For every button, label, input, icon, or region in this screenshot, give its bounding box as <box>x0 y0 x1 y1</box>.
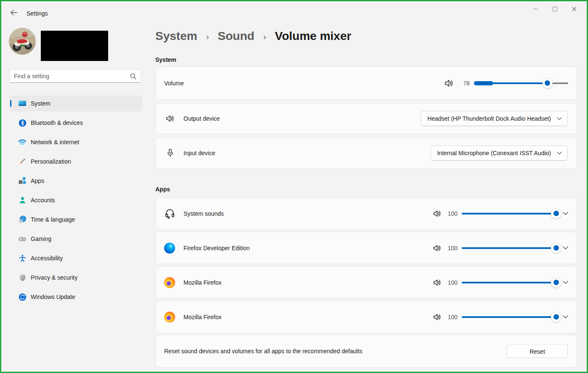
close-button[interactable]: × <box>564 3 584 15</box>
input-device-dropdown[interactable]: Internal Microphone (Conexant ISST Audio… <box>431 145 567 161</box>
expand-row-button[interactable] <box>563 212 568 215</box>
time-language-icon <box>18 215 27 224</box>
sidebar-item-label: Privacy & security <box>31 274 77 281</box>
settings-nav: System Bluetooth & devices Network & int… <box>9 95 142 308</box>
output-device-value: Headset (HP Thunderbolt Dock Audio Heads… <box>427 115 551 122</box>
privacy-security-icon <box>18 273 27 282</box>
chevron-down-icon <box>563 246 568 250</box>
avatar <box>9 28 36 55</box>
search-icon <box>130 73 136 79</box>
sidebar-item-personalization[interactable]: Personalization <box>9 153 142 169</box>
slider-fill <box>462 247 556 249</box>
breadcrumb: System › Sound › Volume mixer <box>155 29 351 43</box>
gaming-icon <box>18 235 27 243</box>
speaker-icon <box>433 244 442 252</box>
sidebar-item-label: Accessibility <box>31 255 63 262</box>
expand-row-button[interactable] <box>563 280 568 284</box>
sidebar-item-windows-update[interactable]: Windows Update <box>9 289 142 305</box>
firefox-developer-icon <box>164 243 175 254</box>
firefox-icon <box>164 312 175 323</box>
sidebar-item-label: System <box>31 100 51 107</box>
app-row-system-sounds: System sounds 100 <box>155 197 577 230</box>
sidebar-item-label: Bluetooth & devices <box>31 119 83 126</box>
app-volume-slider[interactable] <box>462 209 556 219</box>
input-device-card: Input device Internal Microphone (Conexa… <box>155 138 577 169</box>
headset-icon <box>164 208 176 219</box>
app-volume-slider[interactable] <box>462 312 556 322</box>
reset-button[interactable]: Reset <box>507 344 568 358</box>
sidebar-item-label: Apps <box>31 177 44 184</box>
slider-fill <box>462 282 556 283</box>
sidebar-item-network-internet[interactable]: Network & internet <box>9 134 142 150</box>
chevron-down-icon <box>563 280 568 284</box>
maximize-button[interactable] <box>545 3 564 15</box>
reset-description: Reset sound devices and volumes for all … <box>164 348 362 354</box>
personalization-icon <box>18 157 27 166</box>
window-title: Settings <box>27 10 48 17</box>
sidebar-item-system[interactable]: System <box>9 95 142 111</box>
volume-card: Volume 78 <box>155 66 577 100</box>
app-name: Mozilla Firefox <box>184 279 221 286</box>
window-controls: × <box>526 3 584 15</box>
slider-thumb[interactable] <box>551 209 561 219</box>
speaker-icon <box>433 279 442 286</box>
speaker-icon <box>166 115 175 123</box>
app-volume-slider[interactable] <box>462 243 556 253</box>
section-header-system: System <box>155 56 176 63</box>
sidebar-item-gaming[interactable]: Gaming <box>9 231 142 247</box>
redacted-user-name <box>41 31 108 61</box>
expand-row-button[interactable] <box>563 246 568 250</box>
app-volume-slider[interactable] <box>462 278 556 288</box>
sidebar-item-bluetooth-devices[interactable]: Bluetooth & devices <box>9 115 142 131</box>
output-device-dropdown[interactable]: Headset (HP Thunderbolt Dock Audio Heads… <box>421 111 567 126</box>
sidebar-item-accessibility[interactable]: Accessibility <box>9 250 142 266</box>
app-volume-value: 100 <box>447 245 458 251</box>
volume-label: Volume <box>164 80 184 87</box>
search-input[interactable] <box>14 73 130 79</box>
breadcrumb-sound[interactable]: Sound <box>218 29 254 43</box>
app-volume-value: 100 <box>447 314 458 320</box>
minimize-icon <box>533 9 538 9</box>
page-title: Volume mixer <box>275 29 351 43</box>
slider-thumb[interactable] <box>551 243 561 253</box>
input-device-value: Internal Microphone (Conexant ISST Audio… <box>437 150 551 156</box>
master-volume-slider[interactable] <box>474 78 568 88</box>
app-name: Mozilla Firefox <box>184 314 221 320</box>
slider-thumb[interactable] <box>551 312 561 322</box>
sidebar-item-time-language[interactable]: Time & language <box>9 212 142 228</box>
sidebar-item-apps[interactable]: Apps <box>9 173 142 189</box>
breadcrumb-system[interactable]: System <box>155 29 197 43</box>
sidebar-item-label: Time & language <box>31 216 75 223</box>
speaker-icon <box>444 79 454 87</box>
user-profile[interactable] <box>9 28 135 61</box>
chevron-down-icon <box>557 117 562 120</box>
app-name: Firefox Developer Edition <box>184 245 250 251</box>
minimize-button[interactable] <box>526 3 545 15</box>
volume-value: 78 <box>459 80 470 87</box>
selected-indicator <box>10 100 11 107</box>
slider-fill <box>462 316 556 318</box>
speaker-icon <box>433 313 442 321</box>
back-button[interactable] <box>7 7 20 19</box>
section-header-apps: Apps <box>155 186 170 193</box>
back-arrow-icon <box>10 10 17 16</box>
input-device-label: Input device <box>184 150 216 156</box>
microphone-icon <box>167 149 173 158</box>
sidebar-item-label: Windows Update <box>31 294 75 300</box>
slider-thumb[interactable] <box>551 278 561 288</box>
slider-thumb[interactable] <box>543 78 553 88</box>
chevron-down-icon <box>563 212 568 215</box>
sidebar-item-accounts[interactable]: Accounts <box>9 192 142 208</box>
sidebar-item-label: Accounts <box>31 197 55 204</box>
system-icon <box>18 99 27 108</box>
sidebar-item-privacy-security[interactable]: Privacy & security <box>9 270 142 286</box>
expand-row-button[interactable] <box>563 315 568 319</box>
close-icon: × <box>571 5 577 13</box>
apps-icon <box>18 177 27 185</box>
sidebar-item-label: Network & internet <box>31 139 79 145</box>
app-row-firefox-developer: Firefox Developer Edition 100 <box>155 232 577 264</box>
bluetooth-icon <box>18 119 27 127</box>
breadcrumb-separator: › <box>206 31 209 42</box>
search-box[interactable] <box>9 69 141 83</box>
output-device-label: Output device <box>184 115 220 122</box>
